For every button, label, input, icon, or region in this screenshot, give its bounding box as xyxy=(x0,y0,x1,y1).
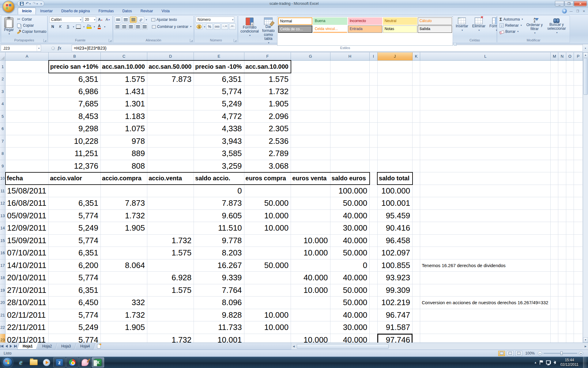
row-header-11[interactable]: 11 xyxy=(0,185,6,197)
copy-button[interactable]: Copiar xyxy=(16,23,47,28)
cell-G7[interactable] xyxy=(291,135,330,148)
borders-button[interactable] xyxy=(75,24,82,30)
cell-F9[interactable]: 3.068 xyxy=(244,160,291,172)
row-header-21[interactable]: 21 xyxy=(0,309,6,321)
cell-B5[interactable]: 8,453 xyxy=(49,110,101,123)
cell-F8[interactable]: 2.789 xyxy=(244,148,291,160)
cell-G8[interactable] xyxy=(291,148,330,160)
shrink-font-button[interactable]: A▼ xyxy=(105,17,111,23)
cell-G15[interactable]: 10.000 xyxy=(291,234,330,247)
col-header-M[interactable]: M xyxy=(551,52,558,60)
cell-J7[interactable] xyxy=(377,135,413,148)
cell-L2[interactable] xyxy=(420,73,551,86)
row-header-6[interactable]: 6 xyxy=(0,123,6,135)
cell-B2[interactable]: 6,351 xyxy=(49,73,101,86)
cell-M10[interactable] xyxy=(551,172,558,185)
cell-style-good[interactable]: Buena xyxy=(313,17,347,25)
cell-L17[interactable]: Tenemos 16.267 derechos de dividendos xyxy=(420,259,551,272)
cell-G2[interactable] xyxy=(291,73,330,86)
cell-H6[interactable] xyxy=(330,123,370,135)
cell-K15[interactable] xyxy=(413,234,420,247)
underline-dropdown[interactable]: ▾ xyxy=(73,25,74,28)
first-sheet-icon[interactable] xyxy=(1,345,3,348)
cell-E21[interactable]: 9.828 xyxy=(194,309,244,321)
cell-G4[interactable] xyxy=(291,98,330,110)
decrease-decimal-button[interactable]: ·⁰⁰⁻ xyxy=(229,24,236,30)
cell-H21[interactable]: 40.000 xyxy=(330,309,370,321)
cell-F18[interactable] xyxy=(244,272,291,284)
cell-D13[interactable] xyxy=(147,209,194,222)
cell-M4[interactable] xyxy=(551,98,558,110)
cell-B15[interactable]: 5,774 xyxy=(49,234,101,247)
cell-O18[interactable] xyxy=(566,272,574,284)
horizontal-scroll-thumb[interactable] xyxy=(297,344,389,349)
increase-indent-button[interactable] xyxy=(142,24,148,30)
cell-M12[interactable] xyxy=(551,197,558,210)
percent-format-button[interactable]: % xyxy=(206,24,213,30)
cell-N11[interactable] xyxy=(558,185,566,197)
cell-C15[interactable] xyxy=(101,234,147,247)
cell-D19[interactable]: 1.575 xyxy=(147,284,194,297)
tab-datos[interactable]: Datos xyxy=(118,8,136,14)
cell-L22[interactable] xyxy=(420,321,551,334)
align-middle-button[interactable] xyxy=(122,17,129,23)
tab-inicio[interactable]: Inicio xyxy=(18,8,36,14)
row-header-12[interactable]: 12 xyxy=(0,197,6,210)
numero-dialog-launcher-icon[interactable] xyxy=(234,39,237,42)
row-header-18[interactable]: 18 xyxy=(0,272,6,284)
cell-M2[interactable] xyxy=(551,73,558,86)
format-painter-button[interactable]: Copiar formato xyxy=(16,29,47,34)
cell-G9[interactable] xyxy=(291,160,330,172)
cell-C4[interactable]: 1.301 xyxy=(101,98,147,110)
cell-N19[interactable] xyxy=(558,284,566,297)
cell-L12[interactable] xyxy=(420,197,551,210)
row-header-10[interactable]: 10 xyxy=(0,172,6,185)
col-header-H[interactable]: H xyxy=(330,52,370,60)
cell-O2[interactable] xyxy=(566,73,574,86)
cell-O6[interactable] xyxy=(566,123,574,135)
cell-P8[interactable] xyxy=(574,148,582,160)
autosum-button[interactable]: ΣAutosuma▾ xyxy=(499,17,524,22)
cell-F2[interactable]: 1.575 xyxy=(244,73,291,86)
cell-N2[interactable] xyxy=(558,73,566,86)
cell-F21[interactable]: 10.000 xyxy=(244,309,291,321)
cell-D2[interactable]: 7.873 xyxy=(147,73,194,86)
row-header-13[interactable]: 13 xyxy=(0,209,6,222)
restore-button[interactable]: ❐ xyxy=(564,1,574,6)
cell-style-note[interactable]: Notas xyxy=(383,25,417,33)
next-sheet-icon[interactable] xyxy=(10,345,12,348)
cell-P1[interactable] xyxy=(574,60,582,73)
cell-I19[interactable] xyxy=(370,284,377,297)
row-header-3[interactable]: 3 xyxy=(0,85,6,98)
formula-bar-expand-icon[interactable]: ▾ xyxy=(582,44,588,52)
tab-diseno[interactable]: Diseño de página xyxy=(57,8,94,14)
cell-I20[interactable] xyxy=(370,297,377,309)
cell-C21[interactable]: 1.732 xyxy=(101,309,147,321)
insert-function-icon[interactable]: fx xyxy=(58,46,62,51)
cell-P21[interactable] xyxy=(574,309,582,321)
row-header-20[interactable]: 20 xyxy=(0,297,6,309)
cell-G6[interactable] xyxy=(291,123,330,135)
cell-B10[interactable]: accio.valor xyxy=(49,172,101,185)
align-bottom-button[interactable] xyxy=(130,17,137,23)
name-box[interactable]: J23▾ xyxy=(1,45,41,52)
cell-G22[interactable] xyxy=(291,321,330,334)
cell-F19[interactable] xyxy=(244,284,291,297)
cell-I2[interactable] xyxy=(370,73,377,86)
cell-J11[interactable]: 100.000 xyxy=(377,185,413,197)
prev-sheet-icon[interactable] xyxy=(6,345,8,348)
cell-A2[interactable] xyxy=(6,73,49,86)
cell-A16[interactable]: 07/10/2011 xyxy=(6,247,49,259)
cell-A23[interactable]: 02/11/2011 xyxy=(6,334,49,343)
cell-G16[interactable]: 10.000 xyxy=(291,247,330,259)
cell-N23[interactable] xyxy=(558,334,566,343)
cell-C20[interactable]: 332 xyxy=(101,297,147,309)
cell-M20[interactable] xyxy=(551,297,558,309)
cell-B16[interactable]: 6,351 xyxy=(49,247,101,259)
cell-L18[interactable] xyxy=(420,272,551,284)
scroll-up-icon[interactable]: ▲ xyxy=(583,52,588,58)
cell-F17[interactable]: 50.000 xyxy=(244,259,291,272)
thousands-format-button[interactable]: 000 xyxy=(214,24,221,30)
cell-I22[interactable] xyxy=(370,321,377,334)
cell-C14[interactable]: 1.905 xyxy=(101,222,147,235)
